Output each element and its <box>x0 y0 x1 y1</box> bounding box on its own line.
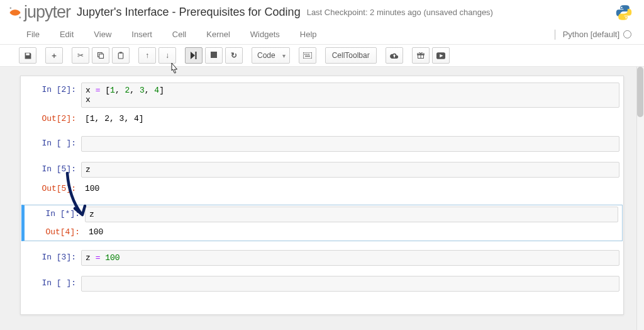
move-down-button[interactable]: ↓ <box>158 47 176 64</box>
menu-cell[interactable]: Cell <box>171 27 187 42</box>
svg-rect-13 <box>305 56 310 57</box>
svg-rect-11 <box>306 54 308 55</box>
notebook-title[interactable]: Jupyter's Interface - Prerequisites for … <box>77 6 301 19</box>
restart-button[interactable]: ↻ <box>225 47 243 64</box>
svg-rect-12 <box>308 54 309 55</box>
notebook-container: In [2]:x = [1, 2, 3, 4] xOut[2]:[1, 2, 3… <box>20 76 624 315</box>
menu-insert[interactable]: Insert <box>130 27 153 42</box>
code-input-area[interactable]: z <box>81 162 619 178</box>
svg-rect-10 <box>304 54 306 55</box>
toolbar: ＋ ✂ ↑ ↓ ↻ Code CellToolbar <box>0 45 644 67</box>
code-cell[interactable]: In [ ]: <box>21 135 623 153</box>
svg-rect-6 <box>196 52 197 59</box>
code-input-area[interactable] <box>81 136 619 152</box>
output-text: 100 <box>81 181 619 196</box>
svg-marker-7 <box>191 52 195 59</box>
copy-button[interactable] <box>92 47 109 64</box>
menu-help[interactable]: Help <box>299 27 318 42</box>
code-cell[interactable]: In [5]:z <box>21 161 623 179</box>
code-input-area[interactable]: z = 100 <box>81 250 619 266</box>
menu-bar: File Edit View Insert Cell Kernel Widget… <box>0 25 644 45</box>
paste-button[interactable] <box>112 47 130 64</box>
input-prompt: In [5]: <box>25 162 81 176</box>
menu-view[interactable]: View <box>92 27 113 42</box>
menu-file[interactable]: File <box>25 27 41 42</box>
menu-edit[interactable]: Edit <box>58 27 75 42</box>
cell-type-value: Code <box>257 51 275 60</box>
menu-kernel[interactable]: Kernel <box>205 27 231 42</box>
svg-rect-8 <box>211 52 217 58</box>
svg-rect-9 <box>303 52 312 59</box>
output-row: Out[5]:100 <box>21 180 623 197</box>
scissors-icon: ✂ <box>77 51 84 60</box>
svg-rect-4 <box>118 53 123 59</box>
output-row: Out[4]:100 <box>21 224 623 241</box>
vertical-scrollbar[interactable] <box>636 67 644 330</box>
command-palette-button[interactable] <box>299 47 316 64</box>
kernel-idle-icon <box>623 30 631 38</box>
insert-cell-button[interactable]: ＋ <box>45 47 63 64</box>
output-text: [1, 2, 3, 4] <box>81 111 619 126</box>
svg-rect-5 <box>119 52 123 53</box>
output-prompt: Out[4]: <box>28 225 85 239</box>
output-row: Out[2]:[1, 2, 3, 4] <box>21 110 623 127</box>
output-prompt: Out[5]: <box>25 181 81 196</box>
stop-icon <box>211 51 217 60</box>
input-prompt: In [*]: <box>28 207 85 221</box>
code-input-area[interactable] <box>81 276 619 292</box>
run-cell-button[interactable] <box>185 47 203 64</box>
code-input-area[interactable]: x = [1, 2, 3, 4] x <box>81 82 619 108</box>
menu-widgets[interactable]: Widgets <box>249 27 281 42</box>
kernel-name: Python [default] <box>563 30 619 39</box>
cell-toolbar-button[interactable]: CellToolbar <box>325 47 377 64</box>
jupyter-planet-icon <box>8 5 23 20</box>
code-input-area[interactable]: z <box>85 207 618 222</box>
svg-point-0 <box>9 7 11 9</box>
code-cell[interactable]: In [ ]: <box>21 275 623 293</box>
code-cell[interactable]: In [*]:z <box>21 205 623 224</box>
jupyter-logo[interactable]: jupyter <box>8 3 70 22</box>
arrow-up-icon: ↑ <box>145 51 149 60</box>
cut-button[interactable]: ✂ <box>72 47 89 64</box>
scrollbar-thumb[interactable] <box>637 67 643 117</box>
youtube-button[interactable] <box>432 47 450 64</box>
svg-point-1 <box>19 16 21 18</box>
code-cell[interactable]: In [3]:z = 100 <box>21 249 623 267</box>
refresh-icon: ↻ <box>231 51 237 60</box>
input-prompt: In [ ]: <box>25 136 81 151</box>
python-logo-icon <box>615 4 633 21</box>
output-prompt: Out[2]: <box>25 111 81 126</box>
jupyter-logo-text: jupyter <box>24 3 70 22</box>
header-bar: jupyter Jupyter's Interface - Prerequisi… <box>0 0 644 25</box>
save-button[interactable] <box>19 47 36 64</box>
checkpoint-status: Last Checkpoint: 2 minutes ago (unsaved … <box>307 8 493 17</box>
cloud-upload-button[interactable] <box>386 47 403 64</box>
code-cell[interactable]: In [2]:x = [1, 2, 3, 4] x <box>21 81 623 109</box>
kernel-indicator[interactable]: Python [default] <box>555 30 631 40</box>
svg-rect-3 <box>99 54 104 59</box>
input-prompt: In [2]: <box>25 82 81 97</box>
input-prompt: In [ ]: <box>25 276 81 290</box>
move-up-button[interactable]: ↑ <box>138 47 156 64</box>
notebook-scroll-area[interactable]: In [2]:x = [1, 2, 3, 4] xOut[2]:[1, 2, 3… <box>0 67 644 330</box>
gift-button[interactable] <box>412 47 430 64</box>
output-text: 100 <box>85 225 618 239</box>
interrupt-button[interactable] <box>205 47 223 64</box>
arrow-down-icon: ↓ <box>165 51 169 60</box>
cell-type-select[interactable]: Code <box>252 47 290 64</box>
plus-icon: ＋ <box>50 50 58 61</box>
input-prompt: In [3]: <box>25 250 81 265</box>
